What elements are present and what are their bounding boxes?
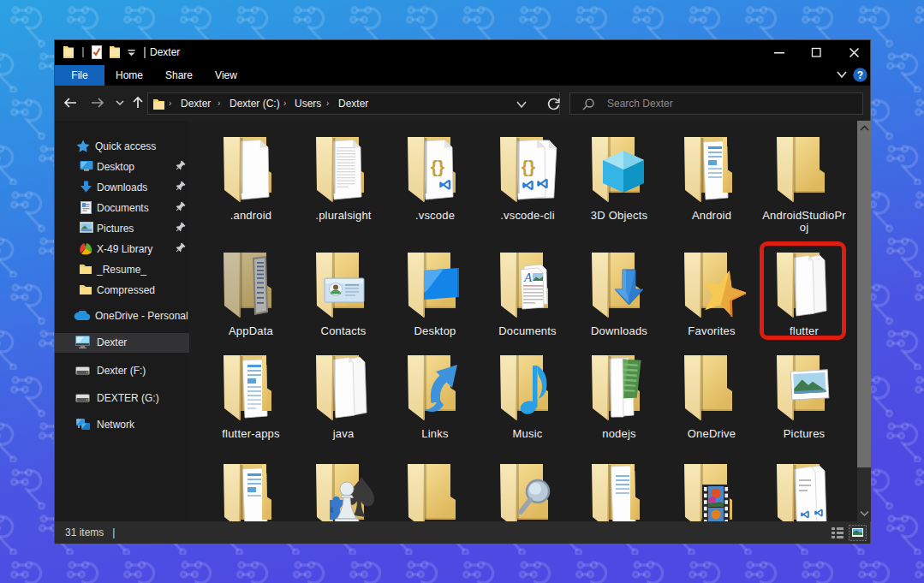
svg-text:?: ? [857, 69, 863, 81]
svg-text:{}: {} [522, 157, 535, 176]
svg-text:{}: {} [431, 157, 444, 176]
svg-text:A: A [523, 271, 533, 284]
